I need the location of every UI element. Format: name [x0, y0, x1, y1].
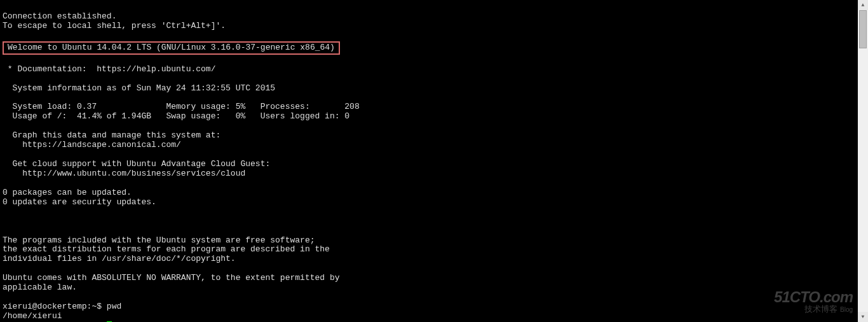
scrollbar-up-button[interactable]: ▲: [858, 0, 868, 10]
terminal-line: To escape to local shell, press 'Ctrl+Al…: [3, 21, 226, 31]
terminal-line: Usage of /: 41.4% of 1.94GB Swap usage: …: [3, 111, 349, 121]
scrollbar[interactable]: ▲ ▼: [858, 0, 868, 322]
terminal-line: http://www.ubuntu.com/business/services/…: [3, 169, 245, 178]
chevron-up-icon: ▲: [862, 2, 865, 8]
terminal-line: the exact distribution terms for each pr…: [3, 244, 330, 254]
terminal-line: * Documentation: https://help.ubuntu.com…: [3, 64, 215, 74]
terminal-line: /home/xierui: [3, 311, 62, 321]
terminal-line: System load: 0.37 Memory usage: 5% Proce…: [3, 102, 360, 111]
terminal-line: 0 packages can be updated.: [3, 188, 132, 197]
welcome-message: Welcome to Ubuntu 14.04.2 LTS (GNU/Linux…: [8, 43, 335, 52]
welcome-highlight-box: Welcome to Ubuntu 14.04.2 LTS (GNU/Linux…: [3, 41, 340, 55]
scrollbar-track[interactable]: [858, 10, 868, 312]
terminal-line: Ubuntu comes with ABSOLUTELY NO WARRANTY…: [3, 273, 340, 283]
terminal-line: Connection established.: [3, 11, 116, 21]
terminal-line: applicable law.: [3, 283, 77, 292]
terminal-line: https://landscape.canonical.com/: [3, 140, 181, 150]
terminal-output[interactable]: Connection established. To escape to loc…: [0, 0, 868, 322]
terminal-line: 0 updates are security updates.: [3, 197, 156, 207]
terminal-prompt: xierui@dockertemp:~$ pwd: [3, 302, 121, 311]
terminal-line: System information as of Sun May 24 11:3…: [3, 83, 275, 93]
terminal-line: The programs included with the Ubuntu sy…: [3, 235, 315, 245]
scrollbar-down-button[interactable]: ▼: [858, 312, 868, 322]
scrollbar-thumb[interactable]: [859, 10, 867, 48]
terminal-line: Graph this data and manage this system a…: [3, 130, 220, 140]
terminal-line: Get cloud support with Ubuntu Advantage …: [3, 159, 270, 169]
chevron-down-icon: ▼: [862, 314, 865, 319]
terminal-line: individual files in /usr/share/doc/*/cop…: [3, 254, 236, 263]
